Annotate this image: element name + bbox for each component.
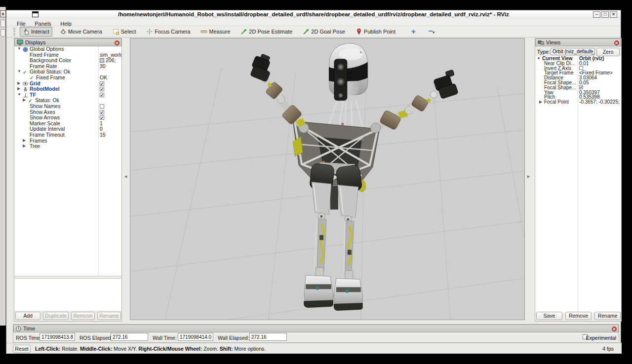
views-tree[interactable]: ▼ Current View Orbit (rviz) Near Clip Di… [535, 56, 621, 313]
views-buttons: Save Remove Rename [536, 312, 621, 321]
remove-tool-button[interactable]: −▾ [429, 28, 434, 36]
display-row-frame-timeout[interactable]: Frame Timeout 15 [14, 132, 121, 138]
save-view-button[interactable]: Save [536, 312, 562, 320]
expander-open-icon[interactable]: ▼ [17, 92, 21, 98]
add-tool-button[interactable]: + [411, 28, 416, 35]
publish-point-tool-button[interactable]: Publish Point [353, 27, 398, 36]
minimize-button[interactable]: – [593, 11, 600, 18]
tf-enabled-checkbox[interactable]: ✓ [100, 93, 104, 97]
add-display-button[interactable]: Add [15, 312, 40, 320]
red-pin-icon [356, 28, 362, 35]
right-dock-collapse-handle[interactable]: ▶ [526, 169, 531, 184]
maximize-button[interactable]: □ [601, 11, 609, 18]
strip-close-button[interactable]: x [0, 10, 6, 17]
interact-tool-button[interactable]: Interact [20, 27, 52, 36]
displays-description-pane [14, 278, 121, 311]
displays-close-icon[interactable]: ✕ [115, 40, 119, 45]
experimental-label: Experimental [586, 335, 616, 341]
reset-button[interactable]: Reset [13, 345, 31, 353]
view-row-focal-point[interactable]: ▶ Focal Point -0.3657; -0.30225; ... [535, 100, 621, 105]
goal-pose-tool-button[interactable]: 2D Goal Pose [300, 27, 348, 36]
green-arrow-icon [303, 28, 310, 35]
expander-closed-icon[interactable]: ▶ [17, 86, 20, 92]
move-camera-tool-button[interactable]: Move Camera [57, 27, 105, 36]
wall-elapsed-input[interactable] [249, 333, 287, 341]
grid-enabled-checkbox[interactable]: ✓ [100, 81, 104, 86]
robotmodel-enabled-checkbox[interactable]: ✓ [100, 87, 104, 91]
status-bar: Reset Left-Click: Rotate. Middle-Click: … [6, 343, 622, 354]
robot-right-foot [334, 270, 363, 311]
expander-open-icon[interactable]: ▼ [17, 46, 21, 52]
hand-icon [23, 28, 30, 35]
globe-icon [23, 47, 28, 52]
left-dock-collapse-handle[interactable]: ◀ [123, 169, 128, 184]
display-row-show-names[interactable]: Show Names [14, 104, 121, 109]
expander-open-icon[interactable]: ▼ [17, 69, 21, 74]
displays-panel-header[interactable]: Displays ✕ [14, 38, 121, 46]
focal-shape-checkbox[interactable]: ✓ [579, 85, 583, 89]
duplicate-display-button[interactable]: Duplicate [43, 312, 69, 320]
robot-left-shin [315, 218, 326, 272]
strip-button[interactable] [0, 29, 5, 36]
robot-thighs [312, 182, 358, 218]
zero-button[interactable]: Zero [596, 48, 620, 56]
display-row-show-arrows[interactable]: Show Arrows ✓ [14, 115, 121, 121]
show-arrows-checkbox[interactable]: ✓ [100, 115, 104, 120]
time-panel-header[interactable]: Time ✕ [13, 325, 619, 332]
color-swatch [100, 58, 104, 63]
views-panel: Views ✕ Type: Orbit (rviz_default_ ▼ Zer… [535, 38, 622, 322]
title-bar[interactable]: /home/newtonjeri/Humanoid_Robot_ws/insta… [6, 10, 621, 19]
rename-display-button[interactable]: Rename [97, 312, 121, 320]
display-row-fixed-frame-status[interactable]: ✓ Fixed Frame OK [14, 75, 121, 81]
display-row-tree[interactable]: ▶ Tree [14, 144, 121, 149]
focus-camera-tool-button[interactable]: Focus Camera [143, 27, 193, 36]
clock-icon [16, 326, 21, 331]
menu-bar: File Panels Help [6, 19, 621, 26]
invert-z-checkbox[interactable] [579, 66, 583, 70]
display-row-robotmodel[interactable]: ▶ RobotModel ✓ [14, 86, 121, 92]
expander-closed-icon[interactable]: ▶ [23, 143, 26, 149]
robot-icon [23, 87, 28, 92]
remove-display-button[interactable]: Remove [71, 312, 95, 320]
ros-elapsed-label: ROS Elapsed: [79, 335, 113, 341]
robot-3d-render [130, 38, 524, 320]
wall-time-label: Wall Time: [153, 335, 177, 341]
column-separator [98, 46, 99, 276]
dropdown-arrow-icon: ▾ [433, 31, 435, 34]
render-viewport-3d[interactable] [130, 38, 525, 320]
wall-time-input[interactable] [178, 333, 213, 341]
ros-elapsed-input[interactable] [111, 333, 148, 341]
expander-closed-icon[interactable]: ▶ [23, 138, 26, 144]
expander-closed-icon[interactable]: ▶ [539, 99, 542, 105]
window-title: /home/newtonjeri/Humanoid_Robot_ws/insta… [6, 11, 621, 17]
pose-estimate-tool-button[interactable]: 2D Pose Estimate [237, 27, 295, 36]
displays-tree[interactable]: ▼ Global Options Fixed Frame sim_world B… [14, 46, 121, 276]
expander-closed-icon[interactable]: ▶ [17, 80, 20, 86]
select-box-icon [113, 28, 119, 35]
show-names-checkbox[interactable] [100, 104, 104, 109]
background-window-strip: x [0, 7, 6, 326]
views-close-icon[interactable]: ✕ [614, 40, 619, 45]
measure-tool-button[interactable]: Measure [198, 27, 233, 36]
humanoid-robot [248, 43, 461, 311]
view-type-dropdown[interactable]: Orbit (rviz_default_ ▼ [551, 48, 595, 55]
remove-view-button[interactable]: Remove [565, 312, 592, 320]
displays-panel: Displays ✕ ▼ Global Options Fixed Frame … [14, 38, 122, 322]
close-button[interactable]: ✕ [610, 11, 617, 18]
robot-head [329, 43, 368, 101]
ros-time-input[interactable] [40, 333, 75, 341]
strip-button[interactable] [0, 20, 5, 27]
show-axes-checkbox[interactable]: ✓ [100, 110, 104, 114]
displays-buttons: Add Duplicate Remove Rename [15, 312, 121, 321]
measure-icon [200, 28, 207, 35]
views-panel-header[interactable]: Views ✕ [535, 38, 621, 46]
display-row-global-options[interactable]: ▼ Global Options [14, 46, 121, 52]
select-tool-button[interactable]: Select [110, 27, 139, 36]
toolbar: Interact Move Camera Select [6, 26, 621, 37]
toolbar-grip[interactable] [13, 28, 15, 36]
rename-view-button[interactable]: Rename [594, 312, 621, 320]
mouse-help-text: Left-Click: Rotate. Middle-Click: Move X… [35, 346, 266, 352]
expander-closed-icon[interactable]: ▶ [23, 97, 26, 103]
display-row-tf[interactable]: ▼ TF ✓ [14, 92, 121, 98]
time-close-icon[interactable]: ✕ [612, 327, 617, 331]
